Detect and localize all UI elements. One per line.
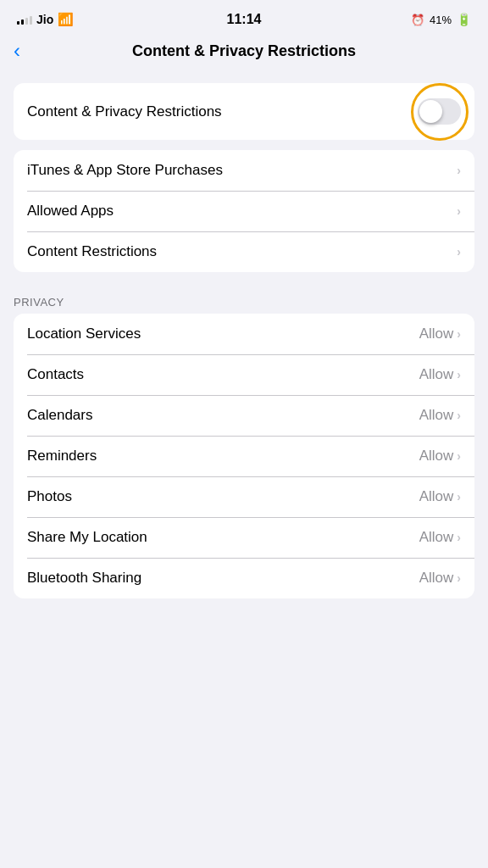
reminders-value: Allow [419, 448, 454, 465]
toggle-knob [419, 100, 442, 123]
photos-right: Allow › [419, 488, 461, 505]
bluetooth-sharing-label: Bluetooth Sharing [27, 570, 141, 587]
status-bar: Jio 📶 11:14 ⏰ 41% 🔋 [0, 0, 488, 32]
battery-label: 41% [430, 14, 452, 26]
location-services-row[interactable]: Location Services Allow › [14, 314, 474, 354]
battery-icon: 🔋 [457, 13, 471, 26]
share-my-location-label: Share My Location [27, 529, 147, 546]
status-right: ⏰ 41% 🔋 [411, 13, 471, 26]
location-services-value: Allow [419, 326, 454, 342]
content-restrictions-right: › [457, 245, 461, 259]
itunes-app-store-label: iTunes & App Store Purchases [27, 162, 223, 179]
toggle-section: Content & Privacy Restrictions [14, 83, 474, 140]
contacts-label: Contacts [27, 366, 84, 383]
contacts-right: Allow › [419, 366, 461, 383]
signal-bar-3 [25, 18, 28, 25]
itunes-chevron-icon: › [457, 164, 461, 177]
photos-label: Photos [27, 488, 72, 505]
nav-bar: ‹ Content & Privacy Restrictions [0, 32, 488, 73]
calendars-value: Allow [419, 407, 454, 424]
photos-chevron-icon: › [457, 490, 461, 504]
allowed-apps-chevron-icon: › [457, 204, 461, 218]
reminders-row[interactable]: Reminders Allow › [14, 436, 474, 476]
privacy-section-header: PRIVACY [0, 282, 488, 314]
calendars-chevron-icon: › [457, 409, 461, 422]
content-restrictions-chevron-icon: › [457, 245, 461, 259]
status-left: Jio 📶 [17, 12, 74, 27]
status-time: 11:14 [227, 12, 262, 27]
toggle-label: Content & Privacy Restrictions [27, 103, 222, 120]
signal-bar-4 [30, 16, 32, 25]
bluetooth-sharing-chevron-icon: › [457, 571, 461, 585]
allowed-apps-row[interactable]: Allowed Apps › [14, 191, 474, 231]
reminders-label: Reminders [27, 448, 97, 465]
bluetooth-sharing-row[interactable]: Bluetooth Sharing Allow › [14, 558, 474, 598]
share-my-location-chevron-icon: › [457, 531, 461, 544]
location-services-label: Location Services [27, 326, 141, 342]
calendars-label: Calendars [27, 407, 93, 424]
reminders-right: Allow › [419, 448, 461, 465]
contacts-chevron-icon: › [457, 368, 461, 381]
content-restrictions-row[interactable]: Content Restrictions › [14, 231, 474, 272]
contacts-row[interactable]: Contacts Allow › [14, 354, 474, 395]
privacy-section: Location Services Allow › Contacts Allow… [14, 314, 474, 598]
reminders-chevron-icon: › [457, 449, 461, 463]
calendars-row[interactable]: Calendars Allow › [14, 395, 474, 436]
carrier-label: Jio [36, 13, 53, 26]
toggle-wrapper[interactable] [418, 98, 461, 125]
allowed-apps-right: › [457, 204, 461, 218]
wifi-icon: 📶 [58, 12, 74, 27]
content-privacy-toggle[interactable] [418, 98, 461, 125]
location-services-right: Allow › [419, 326, 461, 342]
signal-bars [17, 14, 32, 25]
bluetooth-sharing-right: Allow › [419, 570, 461, 587]
share-my-location-value: Allow [419, 529, 454, 546]
itunes-app-store-row[interactable]: iTunes & App Store Purchases › [14, 150, 474, 191]
calendars-right: Allow › [419, 407, 461, 424]
signal-bar-2 [21, 19, 24, 25]
photos-row[interactable]: Photos Allow › [14, 476, 474, 517]
alarm-icon: ⏰ [411, 14, 424, 26]
nav-title: Content & Privacy Restrictions [47, 42, 441, 60]
signal-bar-1 [17, 21, 19, 25]
main-menu-section: iTunes & App Store Purchases › Allowed A… [14, 150, 474, 272]
contacts-value: Allow [419, 366, 454, 383]
location-services-chevron-icon: › [457, 327, 461, 341]
back-chevron-icon: ‹ [14, 39, 20, 63]
share-my-location-row[interactable]: Share My Location Allow › [14, 517, 474, 558]
bluetooth-sharing-value: Allow [419, 570, 454, 587]
itunes-app-store-right: › [457, 164, 461, 177]
content-restrictions-label: Content Restrictions [27, 243, 157, 260]
share-my-location-right: Allow › [419, 529, 461, 546]
allowed-apps-label: Allowed Apps [27, 203, 114, 220]
back-button[interactable]: ‹ [14, 39, 47, 63]
photos-value: Allow [419, 488, 454, 505]
